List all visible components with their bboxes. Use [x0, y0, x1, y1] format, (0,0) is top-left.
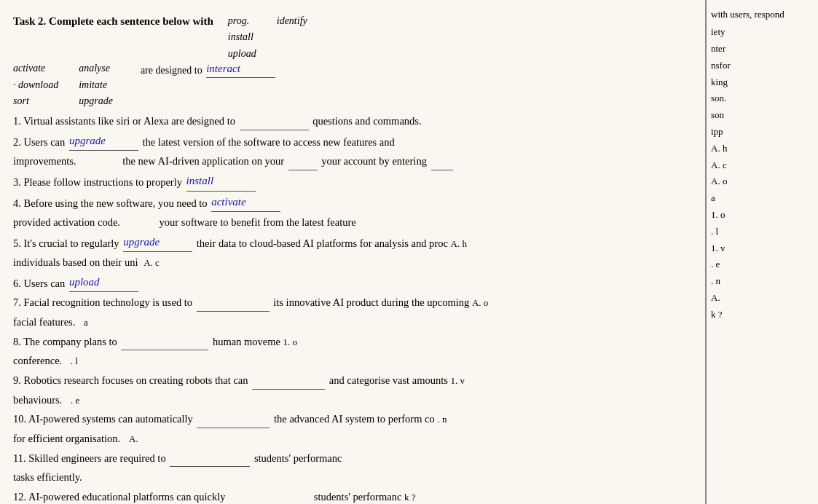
wordbank-col-3: prog. install upload [228, 13, 256, 62]
s2b-mid: the new AI-driven application on your [122, 155, 287, 167]
right-item: nter [711, 42, 814, 57]
s12-mid: students' performanc [314, 491, 402, 503]
right-item: . n [711, 274, 814, 289]
right-panel: with users, respond iety nter nsfor king… [705, 0, 818, 504]
s8-blank [121, 350, 208, 350]
right-item: a [711, 191, 814, 206]
task-header-area: Task 2. Complete each sentence below wit… [13, 13, 691, 109]
s3-num: 3. Please follow instructions to properl… [13, 176, 185, 188]
sentence-10b: for efficient organisation. A. [13, 430, 691, 448]
s10-trail: . n [437, 414, 447, 425]
s12-num: 12. AI-powered educational platforms can… [13, 491, 228, 503]
right-item: ipp [711, 125, 814, 140]
right-item: . e [711, 257, 814, 272]
s4b-text: provided activation code. [13, 216, 120, 228]
task-title: Task 2. Complete each sentence below wit… [13, 13, 213, 30]
sentence-11: 11. Skilled engineers are required to st… [13, 449, 691, 468]
word-item: analyse [79, 60, 113, 76]
s5-mid: their data to cloud-based AI platforms f… [197, 237, 448, 249]
word-item: · download [13, 77, 58, 93]
s8b-text: conference. [13, 355, 62, 366]
s4b-mid: your software to benefit from the latest… [160, 216, 356, 228]
word-item: imitate [79, 77, 113, 93]
s10-num: 10. AI-powered systems can automatically [13, 413, 195, 425]
sentence-2: 2. Users can upgrade the latest version … [13, 132, 691, 151]
s9-blank [252, 389, 325, 390]
s9b-text: behaviours. [13, 394, 62, 406]
sentence-9: 9. Robotics research focuses on creating… [13, 371, 691, 390]
sentence-3: 3. Please follow instructions to properl… [13, 172, 691, 192]
s4-blank: activate [211, 193, 280, 213]
right-item: . l [711, 224, 814, 240]
s8-num: 8. The company plans to [13, 336, 119, 347]
s6a-num: 6. Users can [13, 277, 68, 289]
word-item: prog. [228, 13, 256, 29]
s2-num: 2. Users can [13, 136, 68, 148]
label-designed-to: are designed to [141, 65, 205, 76]
s9b-trail: . e [71, 395, 79, 406]
right-item: 1. o [711, 208, 814, 223]
sentence-4b: provided activation code. your software … [13, 213, 691, 232]
s1-cont: questions and commands. [312, 115, 421, 127]
s2b-blank2 [431, 170, 453, 170]
s10b-text: for efficient organisation. [13, 433, 120, 444]
s10-blank [197, 428, 270, 428]
right-item: A. [711, 291, 814, 306]
s7b-trail: a [84, 317, 88, 328]
wordbank-col-4: identify [277, 13, 307, 62]
s2-blank: upgrade [69, 132, 138, 151]
s10-mid: the advanced AI system to perform co [274, 413, 435, 425]
s3-blank: install [186, 172, 256, 192]
s6a-blank: upload [69, 273, 138, 293]
word-item: install [228, 29, 256, 45]
s10b-trail: A. [129, 433, 138, 444]
right-item: k ? [711, 307, 814, 323]
right-item: A. h [711, 141, 814, 157]
s2b-text: improvements. [13, 155, 76, 167]
sentence-10: 10. AI-powered systems can automatically… [13, 410, 691, 428]
top-filled-blank-area: are designed to interact [141, 60, 277, 109]
main-content: Task 2. Complete each sentence below wit… [13, 13, 691, 504]
sentence-6: individuals based on their uni A. c [13, 253, 691, 272]
sentence-7: 7. Facial recognition technology is used… [13, 294, 691, 312]
s7-num: 7. Facial recognition technology is used… [13, 296, 195, 308]
right-item: nsfor [711, 58, 814, 74]
sentence-5: 5. It's crucial to regularly upgrade the… [13, 233, 691, 253]
filled-blank-interact: interact [206, 60, 275, 78]
right-item: son [711, 108, 814, 123]
s6-ind: individuals based on their uni [13, 256, 138, 268]
s5-blank: upgrade [123, 233, 192, 253]
right-panel-items: iety nter nsfor king son. son ipp A. h A… [711, 25, 814, 322]
s11b-text: tasks efficiently. [13, 471, 82, 483]
sentence-7b: facial features. a [13, 313, 691, 331]
right-item: A. c [711, 158, 814, 173]
sentence-6a: 6. Users can upload [13, 273, 691, 293]
sentence-section: 1. Virtual assistants like siri or Alexa… [13, 112, 691, 504]
right-item: A. o [711, 174, 814, 189]
s4-num: 4. Before using the new software, you ne… [13, 197, 210, 208]
s5-trail: A. h [451, 238, 467, 249]
s6-trail: A. c [143, 257, 160, 268]
s8-mid: human moveme [213, 336, 280, 347]
word-item: sort [13, 93, 58, 109]
word-item: upgrade [79, 93, 113, 109]
s7-mid: its innovative AI product during the upc… [273, 296, 469, 308]
s11-mid: students' performanc [254, 452, 342, 464]
right-panel-header: with users, respond [711, 7, 814, 22]
wordbank-col-2: analyse imitate upgrade [79, 60, 113, 109]
s1-num: 1. [13, 115, 23, 127]
word-item: activate [13, 60, 58, 76]
right-item: 1. v [711, 241, 814, 256]
sentence-8: 8. The company plans to human moveme 1. … [13, 333, 691, 351]
word-item: identify [277, 13, 307, 29]
s7-blank [197, 311, 270, 312]
s8b-trail: . l [71, 355, 78, 366]
sentence-11b: tasks efficiently. [13, 468, 691, 487]
sentence-2b: improvements. the new AI-driven applicat… [13, 152, 691, 170]
s2b-blank [288, 170, 318, 170]
s7-trail: A. o [472, 297, 488, 308]
s9-mid: and categorise vast amounts [329, 374, 448, 386]
sentence-4: 4. Before using the new software, you ne… [13, 193, 691, 213]
s9-num: 9. Robotics research focuses on creating… [13, 374, 251, 386]
s5-num: 5. It's crucial to regularly [13, 237, 122, 249]
